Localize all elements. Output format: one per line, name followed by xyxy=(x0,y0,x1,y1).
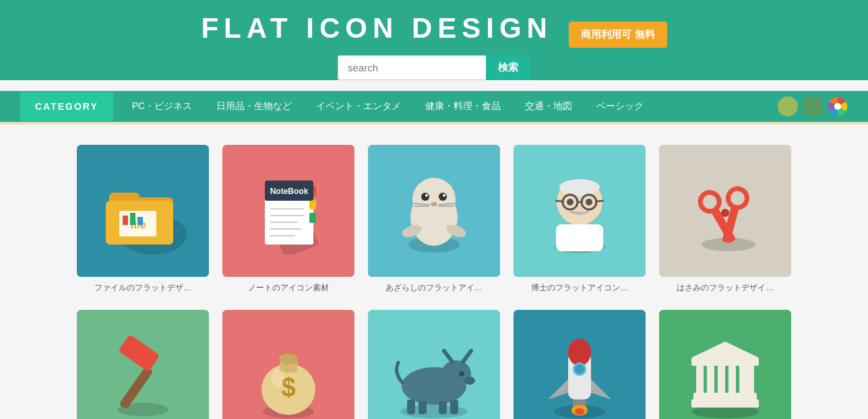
nav-item-health[interactable]: 健康・料理・食品 xyxy=(413,91,513,122)
grid-label-doctor: 博士のフラットアイコン… xyxy=(514,282,646,294)
svg-rect-71 xyxy=(418,401,427,414)
grid-item-hammer[interactable]: ハンマー（とんかち）の… xyxy=(77,310,209,419)
svg-point-1 xyxy=(834,103,841,110)
grid-label-file: ファイルのフラットデザ… xyxy=(77,282,209,294)
svg-marker-77 xyxy=(548,379,568,399)
svg-rect-15 xyxy=(309,213,316,223)
svg-point-53 xyxy=(721,209,729,217)
circle-icon[interactable] xyxy=(778,96,798,117)
svg-rect-86 xyxy=(693,393,757,401)
nav-item-transport[interactable]: 交通・地図 xyxy=(513,91,584,122)
svg-rect-8 xyxy=(123,216,128,225)
svg-point-45 xyxy=(567,199,574,205)
svg-rect-70 xyxy=(407,399,415,414)
thumb-file: file xyxy=(77,145,209,277)
svg-line-43 xyxy=(555,201,563,201)
colorwheel-icon[interactable] xyxy=(828,96,848,117)
nav-icons xyxy=(778,96,848,117)
grid-item-rocket[interactable]: スペースシャトルのフラ… xyxy=(514,310,646,419)
svg-rect-92 xyxy=(747,364,754,394)
nav-item-daily[interactable]: 日用品・生物など xyxy=(204,91,304,122)
grid-item-file[interactable]: file ファイルのフラットデザ… xyxy=(77,145,209,294)
title-row: FLAT ICON DESIGN 商用利用可 無料 xyxy=(0,12,868,55)
grid-item-doctor[interactable]: 博士のフラットアイコン… xyxy=(514,145,646,294)
svg-point-27 xyxy=(439,193,447,201)
square-icon[interactable] xyxy=(803,97,822,116)
thumb-scissors xyxy=(659,145,791,277)
site-title: FLAT ICON DESIGN xyxy=(201,12,553,44)
icon-grid: file ファイルのフラットデザ… NoteBook xyxy=(63,145,805,419)
svg-rect-90 xyxy=(728,364,736,394)
grid-item-seal[interactable]: あざらしのフラットアイ… xyxy=(368,145,500,294)
nav-item-basic[interactable]: ベーシック xyxy=(584,91,656,122)
svg-rect-89 xyxy=(718,364,725,394)
grid-item-moneybag[interactable]: $ ドル袋のフラットアイコ… xyxy=(222,310,354,419)
svg-rect-93 xyxy=(691,358,759,366)
svg-rect-9 xyxy=(130,213,135,225)
svg-point-76 xyxy=(568,339,591,366)
svg-marker-94 xyxy=(691,342,759,358)
thumb-seal xyxy=(368,145,500,277)
grid-item-notebook[interactable]: NoteBook ノートのアイコン素材 xyxy=(222,145,354,294)
svg-rect-88 xyxy=(707,364,714,394)
search-row: 検索 xyxy=(0,55,868,80)
svg-point-39 xyxy=(559,179,600,195)
grid-label-scissors: はさみのフラットデザイ… xyxy=(659,282,791,294)
svg-point-46 xyxy=(586,199,592,205)
divider xyxy=(0,122,868,125)
header: FLAT ICON DESIGN 商用利用可 無料 検索 xyxy=(0,0,868,80)
svg-point-83 xyxy=(575,408,584,415)
thumb-parthenon xyxy=(659,310,791,419)
thumb-notebook: NoteBook xyxy=(222,145,354,277)
nav-bar: CATEGORY PC・ビジネス 日用品・生物など イベント・エンタメ 健康・料… xyxy=(0,91,868,122)
svg-point-80 xyxy=(575,364,584,374)
thumb-bull xyxy=(368,310,500,419)
category-label[interactable]: CATEGORY xyxy=(20,92,113,121)
search-input[interactable] xyxy=(338,55,486,80)
thumb-rocket xyxy=(514,310,646,419)
thumb-doctor xyxy=(514,145,646,277)
svg-point-60 xyxy=(279,354,298,364)
grid-label-seal: あざらしのフラットアイ… xyxy=(368,282,500,294)
search-button[interactable]: 検索 xyxy=(486,55,530,80)
grid-item-parthenon[interactable]: ギリシャのパルテノン神… xyxy=(659,310,791,419)
svg-point-62 xyxy=(272,368,285,387)
grid-item-scissors[interactable]: はさみのフラットデザイ… xyxy=(659,145,791,294)
grid-label-notebook: ノートのアイコン素材 xyxy=(222,282,354,294)
grid-item-bull[interactable]: 無料の暴れ牛のフラット… xyxy=(368,310,500,419)
svg-marker-78 xyxy=(591,379,611,399)
svg-rect-14 xyxy=(309,199,316,210)
svg-point-25 xyxy=(412,178,456,221)
nav-item-pc[interactable]: PC・ビジネス xyxy=(120,91,204,122)
svg-rect-47 xyxy=(556,224,603,251)
svg-point-26 xyxy=(421,193,429,201)
svg-point-69 xyxy=(464,377,475,385)
svg-point-28 xyxy=(425,194,428,197)
svg-line-44 xyxy=(596,201,604,201)
thumb-moneybag: $ xyxy=(222,310,354,419)
svg-rect-56 xyxy=(118,334,160,372)
svg-rect-10 xyxy=(137,217,143,225)
svg-rect-87 xyxy=(696,364,704,394)
svg-rect-73 xyxy=(450,399,458,414)
svg-point-29 xyxy=(443,194,445,197)
svg-point-68 xyxy=(459,371,464,377)
svg-rect-91 xyxy=(739,364,747,394)
svg-text:NoteBook: NoteBook xyxy=(270,187,309,196)
svg-line-66 xyxy=(444,351,452,362)
thumb-hammer xyxy=(77,310,209,419)
svg-point-30 xyxy=(431,202,437,206)
cta-button[interactable]: 商用利用可 無料 xyxy=(569,22,666,48)
svg-point-51 xyxy=(726,187,749,210)
svg-line-67 xyxy=(463,351,471,362)
nav-item-event[interactable]: イベント・エンタメ xyxy=(304,91,413,122)
svg-rect-72 xyxy=(439,401,447,414)
